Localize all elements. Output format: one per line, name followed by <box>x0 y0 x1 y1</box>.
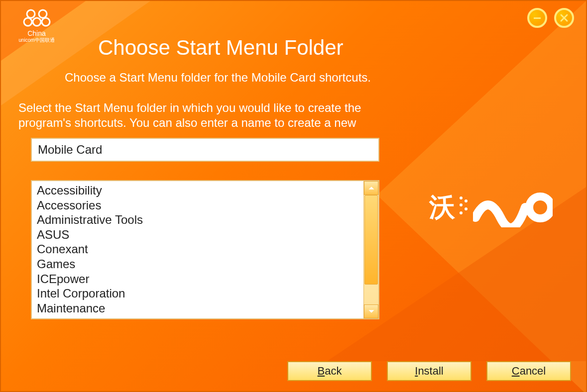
svg-point-8 <box>460 203 463 206</box>
scrollbar <box>363 181 378 318</box>
installer-window: China unicom中国联通 Choose Start Menu Folde… <box>0 0 587 392</box>
svg-point-10 <box>460 211 463 214</box>
list-item[interactable]: Maintenance <box>36 301 359 316</box>
cancel-label: ancel <box>520 365 546 377</box>
minimize-button[interactable] <box>527 8 547 28</box>
list-item[interactable]: Accessories <box>36 198 359 213</box>
svg-point-3 <box>33 18 41 26</box>
brand-logo: China unicom中国联通 <box>8 7 65 44</box>
svg-point-1 <box>39 10 47 18</box>
install-label: nstall <box>418 365 443 377</box>
svg-point-9 <box>465 207 468 210</box>
list-item[interactable]: Conexant <box>36 242 359 257</box>
wo-character: 沃 <box>429 190 454 225</box>
scroll-up-button[interactable] <box>364 181 378 195</box>
folder-list: AccessibilityAccessoriesAdministrative T… <box>31 180 379 319</box>
cancel-button[interactable]: Cancel <box>486 361 571 381</box>
list-item[interactable]: ASUS <box>36 227 359 242</box>
window-controls <box>527 8 574 28</box>
wo-logo: 沃 <box>429 178 559 237</box>
svg-point-0 <box>27 10 35 18</box>
list-item[interactable]: Administrative Tools <box>36 212 359 227</box>
svg-point-11 <box>529 196 551 218</box>
brand-subname: unicom中国联通 <box>8 37 65 44</box>
list-item[interactable]: Games <box>36 257 359 272</box>
back-label: ack <box>325 365 342 377</box>
folder-list-inner[interactable]: AccessibilityAccessoriesAdministrative T… <box>32 181 363 318</box>
svg-point-7 <box>465 199 468 202</box>
svg-point-6 <box>460 196 463 199</box>
scroll-thumb[interactable] <box>364 195 378 285</box>
page-title: Choose Start Menu Folder <box>98 36 344 60</box>
minimize-icon <box>532 13 542 23</box>
back-button[interactable]: Back <box>287 361 372 381</box>
svg-point-2 <box>24 18 32 26</box>
list-item[interactable]: Accessibility <box>36 183 359 198</box>
list-item[interactable]: Intel Corporation <box>36 286 359 301</box>
chevron-up-icon <box>368 185 375 192</box>
list-item[interactable]: McAfee <box>36 315 359 318</box>
page-instruction: Select the Start Menu folder in which yo… <box>18 100 367 130</box>
svg-rect-5 <box>534 17 541 19</box>
chevron-down-icon <box>368 308 375 315</box>
close-button[interactable] <box>554 8 574 28</box>
close-icon <box>559 13 569 23</box>
wizard-buttons: Back Install Cancel <box>287 361 571 381</box>
knot-icon <box>22 7 52 29</box>
scroll-track[interactable] <box>364 195 378 304</box>
svg-point-4 <box>42 18 50 26</box>
wo-dots-icon <box>458 194 469 221</box>
list-item[interactable]: ICEpower <box>36 272 359 287</box>
wo-swoosh-icon <box>473 188 553 227</box>
page-subtitle: Choose a Start Menu folder for the Mobil… <box>65 71 371 85</box>
scroll-down-button[interactable] <box>364 304 378 318</box>
folder-name-input[interactable] <box>31 138 379 162</box>
install-button[interactable]: Install <box>387 361 471 381</box>
brand-name: China <box>8 30 65 37</box>
